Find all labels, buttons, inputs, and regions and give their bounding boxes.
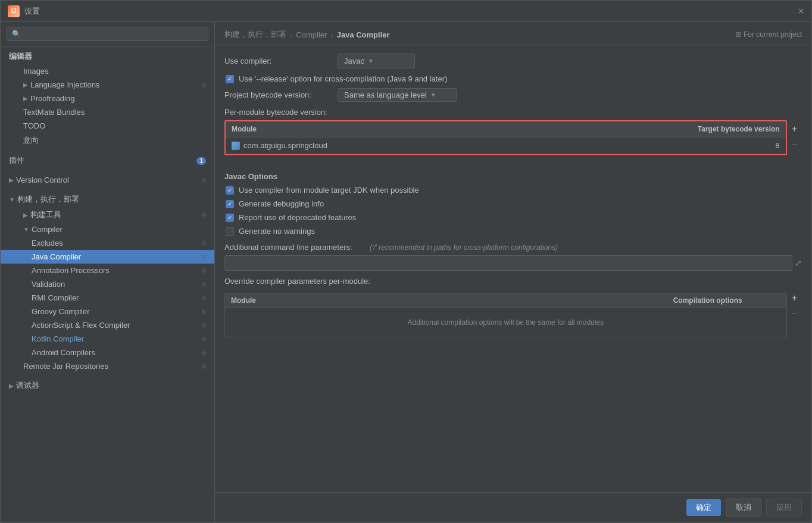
- footer: 确定 取消 应用: [215, 492, 811, 522]
- sidebar-item-textmate[interactable]: TextMate Bundles: [1, 105, 214, 119]
- javac-checkbox1-label: Use compiler from module target JDK when…: [239, 186, 419, 195]
- sidebar-item-language-injections[interactable]: ▶ Language Injections ⎘: [1, 78, 214, 92]
- copy-icon: ⎘: [202, 322, 206, 329]
- sidebar-item-proofreading[interactable]: ▶ Proofreading: [1, 92, 214, 105]
- copy-icon: ⎘: [202, 177, 206, 184]
- javac-checkbox1[interactable]: [226, 186, 234, 195]
- expand-arrow-icon: ▼: [9, 196, 15, 203]
- override-module-header: Module: [225, 293, 667, 308]
- add-module-button[interactable]: +: [787, 121, 802, 137]
- expand-arrow-icon: ▶: [9, 177, 14, 183]
- version-cell: 8: [679, 139, 786, 152]
- javac-checkbox2-label: Generate debugging info: [239, 199, 324, 208]
- override-table: Module Compilation options Additional co…: [224, 293, 787, 337]
- bytecode-version-row: Project bytecode version: Same as langua…: [224, 88, 802, 102]
- project-icon: ⊞: [735, 30, 741, 39]
- copy-icon: ⎘: [202, 82, 206, 89]
- images-label: Images: [23, 67, 49, 76]
- per-module-label-row: Per-module bytecode version:: [224, 108, 802, 117]
- chevron-down-icon: ▼: [430, 92, 436, 98]
- sidebar-item-excludes[interactable]: Excludes ⎘: [1, 236, 214, 250]
- language-injections-label: Language Injections: [30, 80, 99, 89]
- javac-checkbox1-row: Use compiler from module target JDK when…: [224, 186, 802, 195]
- table-row[interactable]: com.atguigu.springcloud 8: [226, 137, 786, 154]
- cross-compile-checkbox[interactable]: [226, 75, 234, 83]
- build-tools-label: 构建工具: [30, 209, 61, 220]
- sidebar-item-yixiang[interactable]: 意向: [1, 133, 214, 148]
- close-button[interactable]: ×: [798, 6, 804, 17]
- compiler-value: Javac: [344, 57, 364, 65]
- compiler-dropdown[interactable]: Javac ▼: [338, 54, 415, 68]
- plugins-badge: 1: [196, 157, 206, 165]
- copy-icon: ⎘: [202, 211, 206, 218]
- copy-icon: ⎘: [202, 240, 206, 247]
- textmate-label: TextMate Bundles: [23, 108, 85, 117]
- expand-icon[interactable]: ⤢: [795, 258, 802, 268]
- override-table-container: Module Compilation options Additional co…: [224, 289, 802, 337]
- breadcrumb-part2: Compiler: [296, 30, 327, 39]
- ok-button[interactable]: 确定: [686, 499, 721, 516]
- remove-override-button[interactable]: −: [787, 306, 802, 321]
- sidebar-item-android-compilers[interactable]: Android Compilers ⎘: [1, 346, 214, 359]
- annotation-processors-label: Annotation Processors: [32, 266, 110, 275]
- add-override-button[interactable]: +: [787, 290, 802, 306]
- app-icon: IJ: [8, 5, 20, 17]
- cmd-input[interactable]: [224, 255, 792, 271]
- sidebar-item-todo[interactable]: TODO: [1, 119, 214, 133]
- sidebar-item-version-control[interactable]: ▶ Version Control ⎘: [1, 173, 214, 187]
- search-input[interactable]: [7, 27, 208, 41]
- sidebar-section-editor: 编辑器 Images ▶ Language Injections ⎘ ▶ Pro…: [1, 46, 214, 151]
- sidebar-item-actionscript[interactable]: ActionScript & Flex Compiler ⎘: [1, 318, 214, 332]
- sidebar-item-validation[interactable]: Validation ⎘: [1, 277, 214, 291]
- cmd-input-row: ⤢: [224, 255, 802, 271]
- plugins-label: 插件: [9, 155, 24, 166]
- sidebar-item-plugins[interactable]: 插件 1: [1, 153, 214, 168]
- table-controls: + −: [787, 120, 802, 164]
- copy-icon: ⎘: [202, 253, 206, 261]
- sidebar-item-rmi-compiler[interactable]: RMI Compiler ⎘: [1, 291, 214, 305]
- javac-checkbox2[interactable]: [226, 200, 234, 208]
- remote-jar-label: Remote Jar Repositories: [23, 362, 108, 371]
- sidebar-item-debugger[interactable]: ▶ 调试器: [1, 378, 214, 393]
- cmd-section: Additional command line parameters: ('/'…: [224, 243, 802, 271]
- breadcrumb-current: Java Compiler: [337, 30, 390, 39]
- sidebar-item-java-compiler[interactable]: Java Compiler ⎘: [1, 250, 214, 264]
- build-deploy-label: 构建，执行，部署: [17, 194, 79, 205]
- breadcrumb-sep2: ›: [330, 30, 333, 39]
- sidebar-section-debugger: ▶ 调试器: [1, 375, 214, 396]
- sidebar-item-groovy-compiler[interactable]: Groovy Compiler ⎘: [1, 305, 214, 318]
- javac-checkbox3-label: Report use of deprecated features: [239, 213, 356, 222]
- javac-checkbox3[interactable]: [226, 214, 234, 222]
- per-module-label: Per-module bytecode version:: [224, 108, 327, 117]
- override-hint: Additional compilation options will be t…: [408, 318, 604, 327]
- copy-icon: ⎘: [202, 281, 206, 288]
- sidebar-item-build-tools[interactable]: ▶ 构建工具 ⎘: [1, 207, 214, 223]
- remove-module-button[interactable]: −: [787, 137, 802, 152]
- sidebar-item-kotlin-compiler[interactable]: Kotlin Compiler ⎘: [1, 332, 214, 346]
- breadcrumb-part1: 构建，执行，部署: [224, 29, 286, 40]
- actionscript-label: ActionScript & Flex Compiler: [32, 321, 130, 330]
- sidebar-item-compiler[interactable]: ▼ Compiler: [1, 223, 214, 236]
- sidebar-item-build-deploy[interactable]: ▼ 构建，执行，部署: [1, 192, 214, 207]
- title-bar: IJ 设置 ×: [1, 1, 811, 22]
- sidebar-item-images[interactable]: Images: [1, 64, 214, 78]
- cross-compile-label: Use '--release' option for cross-compila…: [239, 74, 447, 83]
- apply-button[interactable]: 应用: [766, 499, 802, 516]
- sidebar-item-annotation-processors[interactable]: Annotation Processors ⎘: [1, 264, 214, 277]
- sidebar-section-vcs: ▶ Version Control ⎘: [1, 171, 214, 189]
- module-cell: com.atguigu.springcloud: [226, 139, 679, 152]
- chevron-down-icon: ▼: [368, 58, 374, 64]
- cmd-row: Additional command line parameters: ('/'…: [224, 243, 802, 252]
- sidebar-item-remote-jar[interactable]: Remote Jar Repositories ⎘: [1, 359, 214, 373]
- excludes-label: Excludes: [32, 239, 63, 248]
- bytecode-version-label: Project bytecode version:: [224, 90, 332, 99]
- cmd-hint: ('/' recommended in paths for cross-plat…: [370, 243, 558, 252]
- proofreading-label: Proofreading: [30, 94, 74, 103]
- cancel-button[interactable]: 取消: [726, 499, 761, 516]
- version-header: Target bytecode version: [679, 121, 786, 137]
- android-compilers-label: Android Compilers: [32, 348, 95, 357]
- bytecode-dropdown[interactable]: Same as language level ▼: [338, 88, 457, 102]
- project-link[interactable]: ⊞ For current project: [735, 30, 802, 39]
- validation-label: Validation: [32, 280, 65, 289]
- javac-checkbox4[interactable]: [226, 227, 234, 236]
